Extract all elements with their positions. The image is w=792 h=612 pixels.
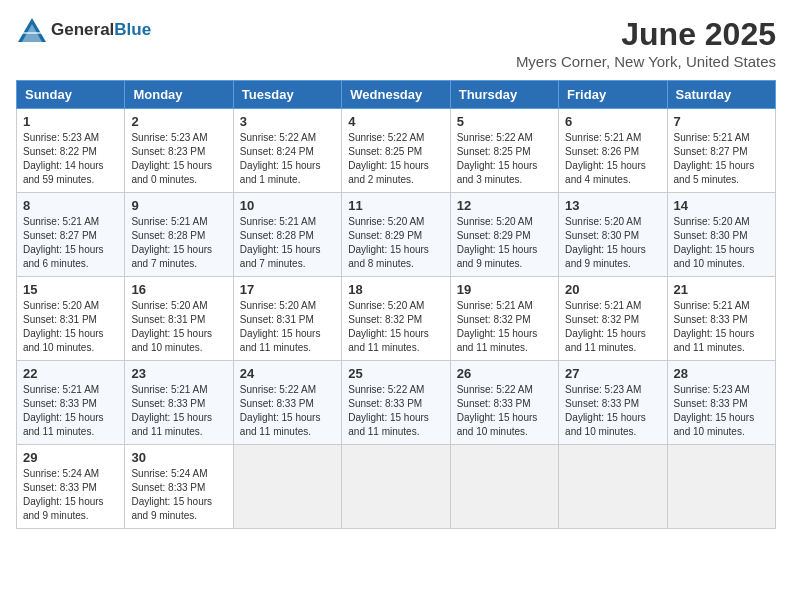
day-info: Sunrise: 5:20 AMSunset: 8:31 PMDaylight:… xyxy=(131,299,226,355)
table-row: 6Sunrise: 5:21 AMSunset: 8:26 PMDaylight… xyxy=(559,109,667,193)
col-thursday: Thursday xyxy=(450,81,558,109)
table-row: 22Sunrise: 5:21 AMSunset: 8:33 PMDayligh… xyxy=(17,361,125,445)
col-monday: Monday xyxy=(125,81,233,109)
table-row: 27Sunrise: 5:23 AMSunset: 8:33 PMDayligh… xyxy=(559,361,667,445)
day-number: 22 xyxy=(23,366,118,381)
location: Myers Corner, New York, United States xyxy=(516,53,776,70)
table-row: 15Sunrise: 5:20 AMSunset: 8:31 PMDayligh… xyxy=(17,277,125,361)
day-number: 25 xyxy=(348,366,443,381)
day-info: Sunrise: 5:20 AMSunset: 8:31 PMDaylight:… xyxy=(23,299,118,355)
day-info: Sunrise: 5:21 AMSunset: 8:32 PMDaylight:… xyxy=(565,299,660,355)
table-row xyxy=(342,445,450,529)
day-info: Sunrise: 5:23 AMSunset: 8:23 PMDaylight:… xyxy=(131,131,226,187)
calendar-week-row: 22Sunrise: 5:21 AMSunset: 8:33 PMDayligh… xyxy=(17,361,776,445)
day-info: Sunrise: 5:24 AMSunset: 8:33 PMDaylight:… xyxy=(131,467,226,523)
calendar-week-row: 8Sunrise: 5:21 AMSunset: 8:27 PMDaylight… xyxy=(17,193,776,277)
table-row: 1Sunrise: 5:23 AMSunset: 8:22 PMDaylight… xyxy=(17,109,125,193)
day-number: 28 xyxy=(674,366,769,381)
day-number: 21 xyxy=(674,282,769,297)
day-info: Sunrise: 5:20 AMSunset: 8:29 PMDaylight:… xyxy=(348,215,443,271)
day-number: 15 xyxy=(23,282,118,297)
table-row: 16Sunrise: 5:20 AMSunset: 8:31 PMDayligh… xyxy=(125,277,233,361)
month-title: June 2025 xyxy=(516,16,776,53)
day-info: Sunrise: 5:21 AMSunset: 8:33 PMDaylight:… xyxy=(23,383,118,439)
day-number: 16 xyxy=(131,282,226,297)
day-number: 10 xyxy=(240,198,335,213)
day-info: Sunrise: 5:23 AMSunset: 8:33 PMDaylight:… xyxy=(565,383,660,439)
table-row: 11Sunrise: 5:20 AMSunset: 8:29 PMDayligh… xyxy=(342,193,450,277)
calendar-week-row: 15Sunrise: 5:20 AMSunset: 8:31 PMDayligh… xyxy=(17,277,776,361)
table-row: 7Sunrise: 5:21 AMSunset: 8:27 PMDaylight… xyxy=(667,109,775,193)
day-number: 19 xyxy=(457,282,552,297)
table-row: 14Sunrise: 5:20 AMSunset: 8:30 PMDayligh… xyxy=(667,193,775,277)
table-row: 21Sunrise: 5:21 AMSunset: 8:33 PMDayligh… xyxy=(667,277,775,361)
day-info: Sunrise: 5:21 AMSunset: 8:33 PMDaylight:… xyxy=(674,299,769,355)
day-info: Sunrise: 5:21 AMSunset: 8:26 PMDaylight:… xyxy=(565,131,660,187)
day-number: 23 xyxy=(131,366,226,381)
day-number: 3 xyxy=(240,114,335,129)
col-sunday: Sunday xyxy=(17,81,125,109)
day-number: 7 xyxy=(674,114,769,129)
table-row: 29Sunrise: 5:24 AMSunset: 8:33 PMDayligh… xyxy=(17,445,125,529)
day-info: Sunrise: 5:22 AMSunset: 8:33 PMDaylight:… xyxy=(348,383,443,439)
calendar-week-row: 29Sunrise: 5:24 AMSunset: 8:33 PMDayligh… xyxy=(17,445,776,529)
day-number: 30 xyxy=(131,450,226,465)
day-info: Sunrise: 5:21 AMSunset: 8:32 PMDaylight:… xyxy=(457,299,552,355)
day-info: Sunrise: 5:20 AMSunset: 8:30 PMDaylight:… xyxy=(565,215,660,271)
calendar-header-row: Sunday Monday Tuesday Wednesday Thursday… xyxy=(17,81,776,109)
table-row: 13Sunrise: 5:20 AMSunset: 8:30 PMDayligh… xyxy=(559,193,667,277)
day-number: 20 xyxy=(565,282,660,297)
calendar-table: Sunday Monday Tuesday Wednesday Thursday… xyxy=(16,80,776,529)
day-info: Sunrise: 5:22 AMSunset: 8:33 PMDaylight:… xyxy=(240,383,335,439)
table-row xyxy=(667,445,775,529)
logo: GeneralBlue xyxy=(16,16,151,44)
day-number: 14 xyxy=(674,198,769,213)
day-number: 6 xyxy=(565,114,660,129)
day-number: 4 xyxy=(348,114,443,129)
col-wednesday: Wednesday xyxy=(342,81,450,109)
day-number: 9 xyxy=(131,198,226,213)
day-number: 24 xyxy=(240,366,335,381)
day-info: Sunrise: 5:22 AMSunset: 8:33 PMDaylight:… xyxy=(457,383,552,439)
day-info: Sunrise: 5:20 AMSunset: 8:31 PMDaylight:… xyxy=(240,299,335,355)
logo-blue: Blue xyxy=(114,20,151,40)
day-info: Sunrise: 5:23 AMSunset: 8:33 PMDaylight:… xyxy=(674,383,769,439)
table-row: 24Sunrise: 5:22 AMSunset: 8:33 PMDayligh… xyxy=(233,361,341,445)
day-number: 27 xyxy=(565,366,660,381)
day-number: 18 xyxy=(348,282,443,297)
table-row xyxy=(233,445,341,529)
col-friday: Friday xyxy=(559,81,667,109)
day-info: Sunrise: 5:22 AMSunset: 8:24 PMDaylight:… xyxy=(240,131,335,187)
day-number: 8 xyxy=(23,198,118,213)
table-row: 12Sunrise: 5:20 AMSunset: 8:29 PMDayligh… xyxy=(450,193,558,277)
day-number: 26 xyxy=(457,366,552,381)
day-info: Sunrise: 5:21 AMSunset: 8:28 PMDaylight:… xyxy=(240,215,335,271)
day-info: Sunrise: 5:24 AMSunset: 8:33 PMDaylight:… xyxy=(23,467,118,523)
table-row: 10Sunrise: 5:21 AMSunset: 8:28 PMDayligh… xyxy=(233,193,341,277)
svg-rect-2 xyxy=(22,32,42,34)
day-info: Sunrise: 5:22 AMSunset: 8:25 PMDaylight:… xyxy=(348,131,443,187)
day-info: Sunrise: 5:21 AMSunset: 8:27 PMDaylight:… xyxy=(23,215,118,271)
day-number: 1 xyxy=(23,114,118,129)
col-saturday: Saturday xyxy=(667,81,775,109)
table-row: 3Sunrise: 5:22 AMSunset: 8:24 PMDaylight… xyxy=(233,109,341,193)
table-row: 8Sunrise: 5:21 AMSunset: 8:27 PMDaylight… xyxy=(17,193,125,277)
day-number: 17 xyxy=(240,282,335,297)
day-number: 5 xyxy=(457,114,552,129)
table-row: 18Sunrise: 5:20 AMSunset: 8:32 PMDayligh… xyxy=(342,277,450,361)
logo-general: General xyxy=(51,20,114,40)
day-number: 29 xyxy=(23,450,118,465)
table-row: 19Sunrise: 5:21 AMSunset: 8:32 PMDayligh… xyxy=(450,277,558,361)
table-row: 17Sunrise: 5:20 AMSunset: 8:31 PMDayligh… xyxy=(233,277,341,361)
day-info: Sunrise: 5:21 AMSunset: 8:27 PMDaylight:… xyxy=(674,131,769,187)
table-row: 4Sunrise: 5:22 AMSunset: 8:25 PMDaylight… xyxy=(342,109,450,193)
table-row xyxy=(450,445,558,529)
table-row: 2Sunrise: 5:23 AMSunset: 8:23 PMDaylight… xyxy=(125,109,233,193)
day-number: 11 xyxy=(348,198,443,213)
calendar-week-row: 1Sunrise: 5:23 AMSunset: 8:22 PMDaylight… xyxy=(17,109,776,193)
table-row: 28Sunrise: 5:23 AMSunset: 8:33 PMDayligh… xyxy=(667,361,775,445)
title-section: June 2025 Myers Corner, New York, United… xyxy=(516,16,776,70)
logo-icon xyxy=(16,16,48,44)
day-info: Sunrise: 5:21 AMSunset: 8:28 PMDaylight:… xyxy=(131,215,226,271)
page-header: GeneralBlue June 2025 Myers Corner, New … xyxy=(16,16,776,70)
